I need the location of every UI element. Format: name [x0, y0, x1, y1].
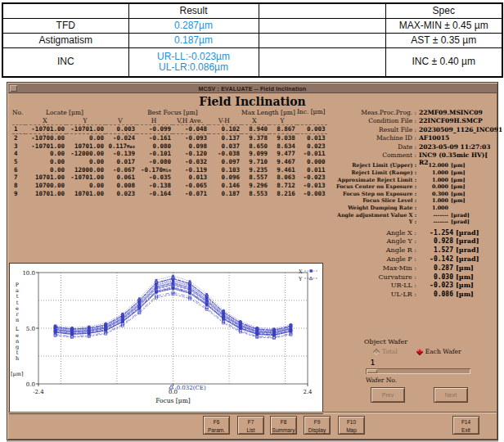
wafer-no-label: Wafer No.	[366, 377, 397, 384]
info-line: Angle Y :0.928[µrad]	[325, 237, 495, 246]
info-label: Meas.Proc.Prog. :	[325, 109, 419, 116]
info-label: Angle X :	[325, 229, 419, 237]
info-label: Reject Limit (Upper) :	[325, 162, 419, 169]
spec-result-line1: UR-LL:-0.023µm	[129, 52, 259, 62]
svg-text:X: X	[299, 268, 303, 275]
info-label: Angle adjustment Value X :	[325, 212, 419, 219]
wafer-number-value: 1	[371, 359, 375, 367]
extremum-flag: Min	[163, 168, 171, 173]
info-line: Result File :20230509_1126_INC091	[325, 126, 495, 134]
spec-limit: MAX-MIN ± 0.45 µm	[385, 19, 502, 34]
info-label: Focus Slice Level :	[325, 197, 419, 204]
spec-limit: INC ± 0.40 µm	[385, 48, 502, 77]
window-menu-icon[interactable]	[10, 85, 17, 92]
table-row[interactable]: 3-10701.0010701.000.117Max0.0800.0980.03…	[12, 142, 327, 150]
info-line: Date :2023-05-09 11:27:03	[325, 143, 495, 151]
spec-header-spec: Spec	[385, 3, 502, 19]
info-label: UR-LL :	[325, 282, 419, 289]
info-label: Reject Limit (Range) :	[325, 169, 419, 176]
fkey-f8-button[interactable]: F8Summary	[270, 416, 297, 435]
chart-panel: PatternLength [µm] 10.05.00.0-2.40.02.4F…	[9, 263, 323, 414]
svg-text:10.0: 10.0	[22, 270, 35, 277]
info-label: Angle Y :	[325, 237, 419, 245]
info-value: 0.300	[419, 191, 448, 197]
info-value: 22MF09.MSINC09	[419, 109, 483, 116]
spec-header-empty	[2, 3, 128, 19]
table-row[interactable]: 60.0012000.00-0.067-0.170Min-0.1190.1039…	[12, 165, 327, 174]
table-row[interactable]: 2-10700.000.00-0.024-0.161-0.0930.1379.3…	[12, 133, 327, 142]
spec-result-line2: UL-LR:0.086µm	[129, 62, 259, 73]
sub-header-row: X Y V H V,H Ave. V-H X Y	[12, 116, 327, 125]
svg-text:-0.032(CE): -0.032(CE)	[174, 385, 206, 391]
fkey-f9-button[interactable]: F9Display	[304, 416, 331, 435]
info-value: -0.142	[419, 255, 453, 263]
col-x: X	[25, 116, 66, 125]
radio-total-label: Total	[382, 348, 398, 355]
info-unit: [µm]	[448, 197, 466, 204]
spec-result: 0.187µm	[128, 34, 259, 48]
fkey-f14-button[interactable]: F14Exit	[452, 416, 479, 435]
info-unit: [µm]	[453, 273, 474, 281]
info-line: Focus Slice Level :1.000[µm]	[325, 197, 495, 205]
info-line: Meas.Proc.Prog. :22MF09.MSINC09	[325, 109, 495, 117]
info-value: 0.000	[419, 183, 448, 190]
svg-text:Y: Y	[298, 276, 303, 282]
fkey-f10-button[interactable]: F10Map	[338, 416, 365, 435]
wafer-slider[interactable]	[366, 368, 470, 374]
info-value: AF10015	[419, 134, 449, 142]
info-line: Curvature :0.030[µm]	[325, 273, 495, 282]
fkey-f7-button[interactable]: F7List	[237, 416, 264, 435]
info-unit: [µrad]	[453, 237, 479, 245]
info-label: Condition File :	[325, 117, 419, 124]
info-label: Curvature :	[325, 273, 419, 281]
table-row[interactable]: 710701.00-10701.000.061-0.0350.0130.0968…	[12, 174, 327, 182]
window-titlebar[interactable]: MCSV : EVALUATE -- Field Inclination	[8, 83, 497, 93]
info-line: Y :-------[µrad]	[325, 219, 495, 226]
table-row[interactable]: 40.00-12000.00-0.139-0.101-0.120-0.0389.…	[12, 150, 327, 158]
info-unit: [µrad]	[448, 212, 470, 219]
info-unit: [µm]	[453, 290, 474, 298]
next-button[interactable]: Next	[434, 387, 468, 403]
measurement-table-body: 1-10701.00-10701.000.003-0.099-0.0480.10…	[12, 125, 327, 198]
wafer-radio-group: Total Each Wafer	[374, 348, 461, 355]
info-value: 1.000	[419, 169, 448, 176]
fkey-f6-button[interactable]: F6Param.	[203, 416, 230, 435]
table-row[interactable]: 1-10701.00-10701.000.003-0.099-0.0480.10…	[12, 125, 327, 134]
radio-each-wafer[interactable]: Each Wafer	[417, 348, 461, 355]
radio-total[interactable]: Total	[374, 348, 398, 355]
col-locate: Locate [µm]	[25, 108, 106, 116]
info-unit: [µm]	[448, 169, 466, 176]
col-vh-ave: V,H Ave.	[173, 116, 209, 125]
info-label: Angle R :	[325, 246, 419, 254]
info-label: Focus Center on Exposure :	[325, 183, 419, 190]
table-row[interactable]: 50.000.000.017-0.080-0.0320.0979.7109.46…	[12, 158, 327, 166]
measurement-table: No. Locate [µm] Best Focus [µm] Max Leng…	[12, 108, 327, 197]
group-header-row: No. Locate [µm] Best Focus [µm] Max Leng…	[12, 108, 327, 116]
info-value: 1.000	[419, 205, 448, 211]
spec-row-tfd: TFD 0.287µm MAX-MIN ± 0.45 µm	[2, 19, 502, 34]
info-line: Machine ID :AF10015	[325, 134, 495, 142]
prev-button[interactable]: Prev	[371, 387, 405, 403]
col-h: H	[137, 116, 173, 125]
info-label: Approximate Reject Limit :	[325, 177, 419, 183]
svg-text:5.0: 5.0	[26, 326, 35, 332]
radio-each-label: Each Wafer	[425, 348, 461, 355]
radio-total-diamond-icon	[373, 348, 380, 354]
col-mly: Y	[269, 116, 297, 125]
info-line: Angle R :1.527[µrad]	[325, 246, 495, 255]
info-value: -------	[419, 212, 448, 219]
focus-curve-chart: 10.05.00.0-2.40.02.4Focus [µm]-0.032(CE)…	[10, 264, 321, 412]
table-row[interactable]: 910701.0010701.000.023-0.164-0.0710.1878…	[12, 190, 327, 198]
info-line: Angle X :-1.254[µrad]	[325, 228, 495, 237]
wafer-slider-thumb[interactable]	[367, 369, 377, 373]
col-no: No.	[12, 108, 25, 116]
info-unit: [µm]	[448, 183, 466, 190]
table-row[interactable]: 810700.000.000.008-0.138-0.0650.1469.296…	[12, 182, 327, 190]
spec-result: 0.287µm	[128, 19, 259, 34]
info-unit: [µrad]	[453, 228, 479, 237]
info-label: Weight Dumping Rate :	[325, 205, 419, 211]
col-inc: Inc. [µm]	[297, 108, 327, 125]
info-line: Focus Center on Exposure :0.000[µm]	[325, 183, 495, 191]
info-value: 1.000	[419, 177, 448, 183]
function-key-bar: F6Param.F7ListF8SummaryF9DisplayF10MapF1…	[8, 412, 497, 439]
